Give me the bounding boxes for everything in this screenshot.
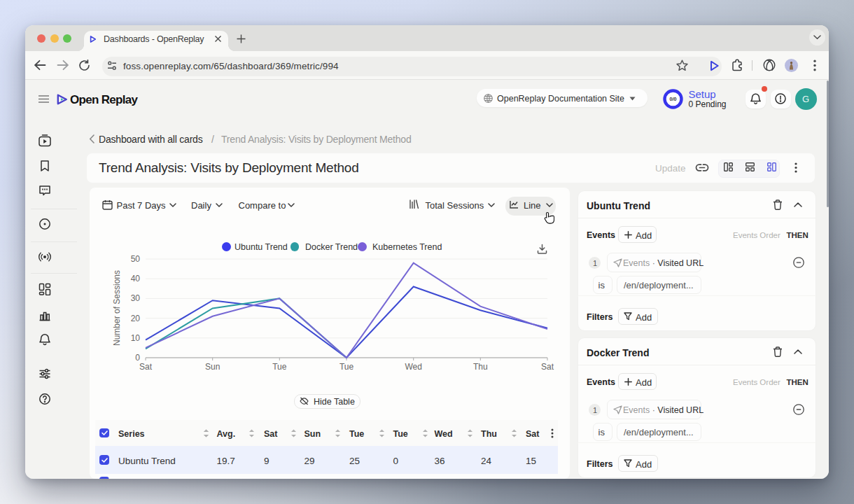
svg-text:Tue: Tue bbox=[340, 362, 354, 372]
svg-text:Sat: Sat bbox=[541, 362, 554, 372]
svg-text:Number of Sessions: Number of Sessions bbox=[112, 270, 122, 346]
svg-text:20: 20 bbox=[131, 314, 141, 323]
svg-text:0/0: 0/0 bbox=[669, 96, 676, 102]
svg-text:Wed: Wed bbox=[405, 362, 421, 372]
svg-text:40: 40 bbox=[131, 274, 141, 284]
svg-text:Sun: Sun bbox=[205, 362, 220, 372]
svg-text:0: 0 bbox=[135, 353, 140, 363]
svg-text:10: 10 bbox=[131, 333, 141, 343]
svg-text:50: 50 bbox=[131, 254, 141, 264]
svg-text:Thu: Thu bbox=[473, 362, 488, 372]
svg-text:Sat: Sat bbox=[139, 362, 153, 372]
svg-text:30: 30 bbox=[131, 293, 141, 303]
svg-text:Tue: Tue bbox=[272, 362, 287, 372]
